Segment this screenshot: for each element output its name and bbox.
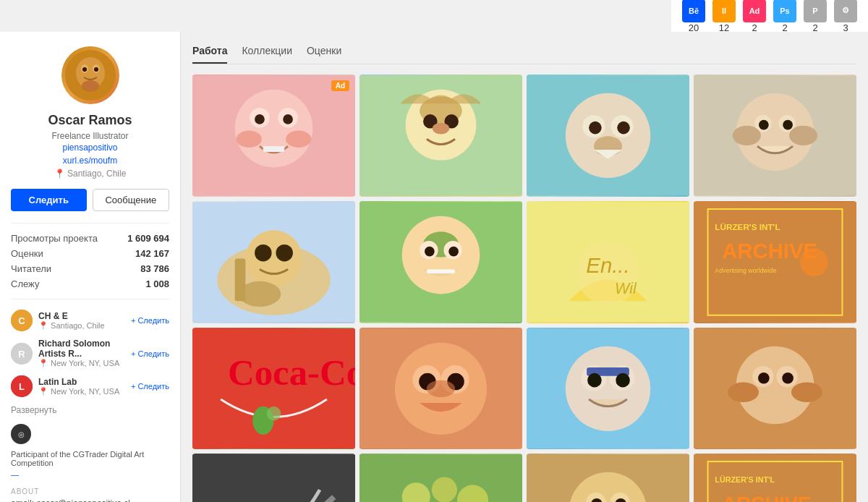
follow-btn-0[interactable]: + Следить: [131, 316, 169, 325]
pin-icon-2: 📍: [38, 387, 48, 396]
stat-row-views: Просмотры проекта 1 609 694: [11, 231, 169, 246]
grid-item-10[interactable]: [359, 328, 522, 450]
svg-point-42: [789, 126, 817, 145]
following-item-1: R Richard Solomon Artists R... 📍 New Yor…: [11, 339, 169, 368]
following-item-2: L Latin Lab 📍 New York, NY, USA + Следит…: [11, 375, 169, 397]
follow-btn-1[interactable]: + Следить: [131, 349, 169, 358]
svg-text:LÜRZER'S INT'L: LÜRZER'S INT'L: [715, 476, 775, 485]
svg-rect-49: [235, 258, 246, 301]
grid-item-12[interactable]: [694, 328, 856, 450]
svg-text:R: R: [18, 349, 25, 360]
app-icon-gear[interactable]: ⚙ 3: [833, 0, 859, 33]
cgtrader-link[interactable]: —: [11, 470, 169, 479]
app-icon-il[interactable]: Il 12: [711, 0, 737, 33]
svg-point-55: [425, 247, 435, 257]
following-avatar-0: C: [11, 310, 33, 331]
svg-point-32: [589, 122, 602, 135]
follow-btn-2[interactable]: + Следить: [131, 382, 169, 391]
about-label: ABOUT: [11, 488, 169, 495]
svg-text:Advertising worldwide: Advertising worldwide: [715, 267, 776, 274]
grid-item-11[interactable]: [527, 328, 689, 450]
svg-point-68: [800, 248, 828, 276]
tab-ratings[interactable]: Оценки: [307, 39, 341, 64]
user-title: Freelance Illustrator: [11, 131, 169, 141]
grid-item-16[interactable]: LÜRZER'S INT'L ARCHIVE Advertising world…: [694, 454, 856, 502]
expand-button[interactable]: Развернуть: [11, 405, 57, 415]
svg-rect-19: [263, 146, 284, 152]
grid-item-5[interactable]: [192, 201, 355, 323]
svg-point-93: [728, 382, 759, 401]
stat-row-following: Слежу 1 008: [11, 276, 169, 292]
grid-item-1[interactable]: Ad: [192, 75, 355, 197]
grid-item-7[interactable]: En... Wil: [527, 201, 689, 323]
about-email: email: oscar@piensapositivo.cl: [11, 498, 169, 502]
app-icon-be[interactable]: Bē 20: [681, 0, 707, 33]
svg-rect-104: [359, 454, 522, 502]
grid-item-8[interactable]: LÜRZER'S INT'L ARCHIVE Advertising world…: [694, 201, 856, 323]
location-pin-icon: 📍: [54, 169, 65, 179]
tab-work[interactable]: Работа: [192, 39, 227, 64]
svg-point-33: [617, 122, 630, 135]
svg-point-56: [448, 247, 459, 257]
following-avatar-1: R: [11, 343, 33, 365]
avatar-wrap: [11, 46, 169, 104]
avatar: [61, 46, 119, 104]
svg-text:En...: En...: [586, 253, 629, 277]
grid-item-2[interactable]: [359, 75, 522, 197]
artwork-grid: Ad: [192, 75, 856, 502]
message-button[interactable]: Сообщение: [93, 189, 170, 211]
following-info-2: Latin Lab 📍 New York, NY, USA: [38, 377, 125, 396]
svg-point-79: [427, 380, 455, 396]
cgtrader-text: Participant of the CGTrader Digital Art …: [11, 450, 169, 467]
stat-row-ratings: Оценки 142 167: [11, 246, 169, 261]
user-name: Oscar Ramos: [11, 113, 169, 128]
user-site-link[interactable]: piensapositivo: [11, 142, 169, 153]
action-buttons: Следить Сообщение: [11, 189, 169, 211]
user-link[interactable]: xurl.es/moufm: [11, 156, 169, 166]
svg-point-29: [566, 93, 650, 178]
pin-icon-1: 📍: [38, 359, 48, 367]
svg-point-86: [616, 373, 630, 387]
tab-collections[interactable]: Коллекции: [242, 39, 292, 64]
svg-rect-57: [427, 269, 455, 273]
svg-point-94: [791, 382, 822, 401]
following-info-1: Richard Solomon Artists R... 📍 New York,…: [38, 339, 125, 368]
follow-button[interactable]: Следить: [11, 189, 87, 211]
about-section: ABOUT email: oscar@piensapositivo.cl: [11, 488, 169, 502]
grid-item-3[interactable]: [527, 75, 689, 197]
svg-rect-95: [192, 454, 355, 502]
svg-point-92: [782, 372, 793, 383]
svg-text:LÜRZER'S INT'L: LÜRZER'S INT'L: [715, 222, 780, 231]
grid-item-14[interactable]: [359, 454, 522, 502]
grid-item-15[interactable]: [527, 454, 689, 502]
main-content: Работа Коллекции Оценки: [181, 32, 868, 502]
svg-point-18: [283, 114, 293, 124]
svg-point-91: [758, 372, 770, 383]
app-icon-p[interactable]: P 2: [802, 0, 828, 33]
top-bar: Bē 20 Il 12 Ad 2 Ps 2 P 2 ⚙ 3: [671, 0, 868, 32]
svg-point-14: [235, 90, 313, 168]
svg-point-41: [733, 126, 761, 145]
svg-point-40: [783, 120, 793, 130]
svg-point-6: [82, 80, 99, 92]
stats-section: Просмотры проекта 1 609 694 Оценки 142 1…: [11, 223, 169, 299]
svg-point-17: [255, 114, 265, 124]
app-icon-ad[interactable]: Ad 2: [741, 0, 767, 33]
grid-item-9[interactable]: Coca-Cola: [192, 328, 355, 450]
grid-item-13[interactable]: [192, 454, 355, 502]
grid-item-6[interactable]: [359, 201, 522, 323]
tabs: Работа Коллекции Оценки: [192, 39, 856, 64]
cgtrader-badge[interactable]: ◎: [11, 424, 31, 444]
svg-point-85: [587, 373, 602, 387]
app-icon-ps[interactable]: Ps 2: [772, 0, 798, 33]
grid-item-4[interactable]: [694, 75, 856, 197]
ad-badge: Ad: [331, 80, 349, 91]
svg-point-4: [82, 67, 87, 72]
svg-point-47: [255, 244, 271, 261]
svg-point-81: [566, 346, 650, 430]
svg-text:Coca-Cola: Coca-Cola: [228, 352, 355, 393]
user-location: 📍 Santiago, Chile: [11, 169, 169, 179]
svg-text:ARCHIVE: ARCHIVE: [722, 493, 811, 502]
svg-text:Wil: Wil: [615, 280, 637, 297]
svg-point-5: [94, 67, 98, 72]
